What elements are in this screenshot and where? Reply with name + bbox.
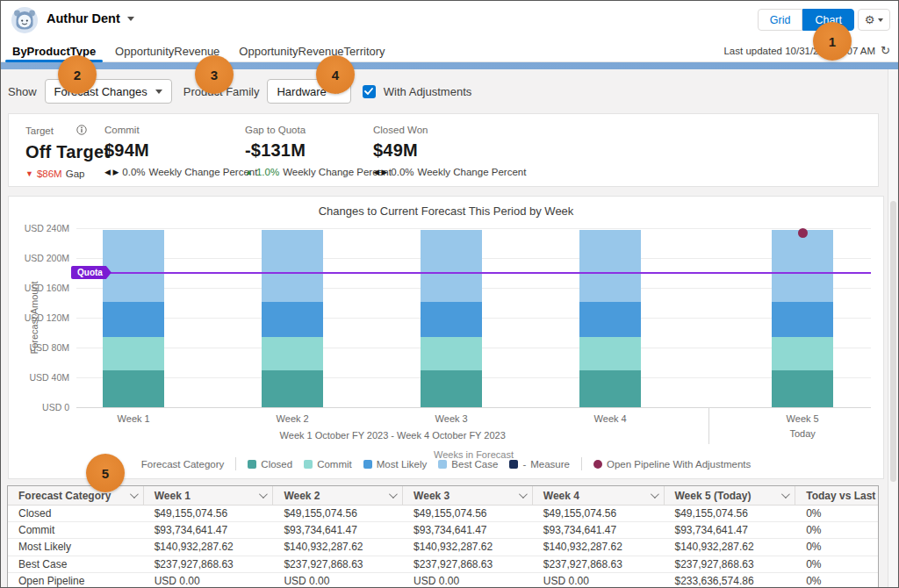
- column-header-week-2[interactable]: Week 2: [273, 486, 403, 505]
- callout-badge-3: 3: [195, 55, 234, 94]
- settings-button[interactable]: ⚙: [858, 9, 890, 31]
- bar-segment-best-case[interactable]: [579, 230, 641, 302]
- column-header-week-1[interactable]: Week 1: [144, 486, 274, 505]
- bar-segment-best-case[interactable]: [103, 230, 164, 302]
- bar-segment-most-likely[interactable]: [772, 302, 833, 337]
- legend-item-closed[interactable]: Closed: [248, 459, 292, 470]
- value-cell: $140,932,287.62: [533, 539, 665, 555]
- bar-segment-commit[interactable]: [103, 337, 164, 370]
- bar-segment-commit[interactable]: [262, 337, 323, 370]
- value-cell: $237,927,868.63: [144, 556, 274, 572]
- value-cell: $93,734,641.47: [144, 522, 274, 538]
- tab-byproducttype[interactable]: ByProductType: [3, 39, 105, 62]
- bar-segment-most-likely[interactable]: [421, 302, 482, 337]
- bar-segment-commit[interactable]: [579, 337, 641, 370]
- legend-item-most-likely[interactable]: Most Likely: [363, 459, 428, 470]
- bar-segment-closed[interactable]: [579, 370, 641, 407]
- y-axis-tick: USD 160M: [8, 283, 69, 293]
- x-axis-tick: Week 1: [118, 413, 150, 424]
- table-header-row: Forecast CategoryWeek 1Week 2Week 3Week …: [8, 486, 878, 506]
- callout-badge-4: 4: [316, 55, 355, 94]
- bar-segment-commit[interactable]: [421, 337, 482, 370]
- value-cell: $140,932,287.62: [144, 539, 274, 555]
- row-category-cell: Commit: [8, 522, 144, 538]
- column-header-week-4[interactable]: Week 4: [533, 486, 665, 505]
- legend-item-best-case[interactable]: Best Case: [438, 459, 498, 470]
- quota-label: Quota: [71, 266, 111, 279]
- open-pipeline-point[interactable]: [798, 228, 808, 238]
- column-header-forecast-category[interactable]: Forecast Category: [8, 486, 144, 505]
- legend-divider: [235, 457, 236, 470]
- legend-swatch: [248, 460, 256, 469]
- column-header-week-3[interactable]: Week 3: [403, 486, 533, 505]
- value-cell: $49,155,074.56: [403, 506, 533, 521]
- legend-item-measure[interactable]: -Measure: [509, 459, 570, 470]
- chevron-down-icon: [130, 490, 139, 498]
- value-cell: $140,932,287.62: [664, 539, 795, 555]
- vertical-scrollbar[interactable]: [888, 69, 897, 588]
- up-arrow-icon: ▲: [245, 169, 253, 176]
- with-adjustments-checkbox[interactable]: [363, 85, 376, 98]
- bar-segment-most-likely[interactable]: [103, 302, 164, 337]
- legend-dash: -: [522, 459, 526, 470]
- forecast-chart-card: Changes to Current Forecast This Period …: [8, 196, 884, 479]
- callout-badge-2: 2: [58, 55, 97, 94]
- value-cell: 0%: [795, 506, 878, 521]
- bar-segment-most-likely[interactable]: [262, 302, 323, 337]
- bar-segment-commit[interactable]: [772, 337, 833, 370]
- kpi-delta-suffix: Weekly Change Percent: [149, 167, 258, 177]
- column-header-week-5-today-[interactable]: Week 5 (Today): [665, 486, 796, 505]
- value-cell: USD 0.00: [273, 573, 403, 588]
- down-arrow-icon: ▼: [25, 170, 33, 178]
- tab-opportunityrevenueterritory[interactable]: OpportunityRevenueTerritory: [229, 39, 394, 62]
- y-axis-tick: USD 120M: [8, 312, 69, 323]
- kpi-value: -$131M: [245, 140, 392, 161]
- kpi-delta-value: 1.0%: [256, 167, 279, 177]
- legend-item-commit[interactable]: Commit: [304, 459, 352, 470]
- legend-swatch: [304, 460, 313, 469]
- column-header-today-vs-last-week[interactable]: Today vs Last Week: [795, 486, 878, 505]
- bar-segment-closed[interactable]: [262, 370, 323, 407]
- legend-item-open-pipeline-with-adjustments[interactable]: Open Pipeline With Adjustments: [593, 459, 751, 470]
- value-cell: $140,932,287.62: [273, 539, 403, 555]
- with-adjustments-label: With Adjustments: [384, 85, 471, 98]
- bar-segment-closed[interactable]: [421, 370, 482, 407]
- y-axis-tick: USD 240M: [8, 223, 69, 233]
- legend-label: Most Likely: [377, 459, 428, 470]
- callout-badge-1: 1: [813, 22, 852, 61]
- user-name: Authur Dent: [47, 11, 120, 25]
- info-icon[interactable]: [76, 125, 87, 137]
- chart-title: Changes to Current Forecast This Period …: [9, 204, 883, 218]
- bar-segment-best-case[interactable]: [421, 230, 482, 302]
- chevron-down-icon: [781, 490, 790, 498]
- x-axis-range-label: Week 1 October FY 2023 - Week 4 October …: [280, 430, 506, 441]
- value-cell: 0%: [795, 556, 878, 572]
- kpi-gap-to-quota: Gap to Quota-$131M▲1.0%Weekly Change Per…: [245, 125, 392, 177]
- refresh-icon[interactable]: ↻: [881, 44, 890, 57]
- value-cell: $93,734,641.47: [273, 522, 403, 538]
- legend-label: Commit: [317, 459, 352, 470]
- value-cell: $93,734,641.47: [664, 522, 795, 538]
- bar-segment-best-case[interactable]: [262, 230, 323, 302]
- kpi-summary-card: TargetOff Target▼$86MGapCommit$94M◀ ▶0.0…: [8, 113, 879, 187]
- user-menu[interactable]: Authur Dent: [47, 11, 134, 25]
- value-cell: $49,155,074.56: [664, 506, 795, 521]
- tab-bar: ByProductTypeOpportunityRevenueOpportuni…: [1, 39, 898, 62]
- bar-segment-closed[interactable]: [103, 370, 164, 407]
- x-axis-subtick: Today: [789, 428, 815, 439]
- bar-segment-most-likely[interactable]: [579, 302, 641, 337]
- chevron-down-icon: [155, 90, 162, 94]
- value-cell: USD 0.00: [533, 573, 665, 588]
- filter-bar: Show Forecast Changes Product Family Har…: [1, 69, 898, 113]
- y-axis-tick: USD 200M: [8, 253, 69, 263]
- table-row: Closed$49,155,074.56$49,155,074.56$49,15…: [8, 506, 878, 522]
- bar-segment-closed[interactable]: [772, 370, 833, 407]
- kpi-target: TargetOff Target▼$86MGap: [25, 125, 110, 179]
- kpi-delta-suffix: Gap: [66, 169, 85, 179]
- grid-view-button[interactable]: Grid: [758, 9, 803, 31]
- einstein-avatar-icon: [11, 7, 38, 33]
- kpi-label: Closed Won: [373, 125, 526, 135]
- scrollbar-thumb[interactable]: [890, 201, 896, 482]
- legend-label: Closed: [261, 459, 292, 470]
- bar-segment-best-case[interactable]: [772, 230, 833, 302]
